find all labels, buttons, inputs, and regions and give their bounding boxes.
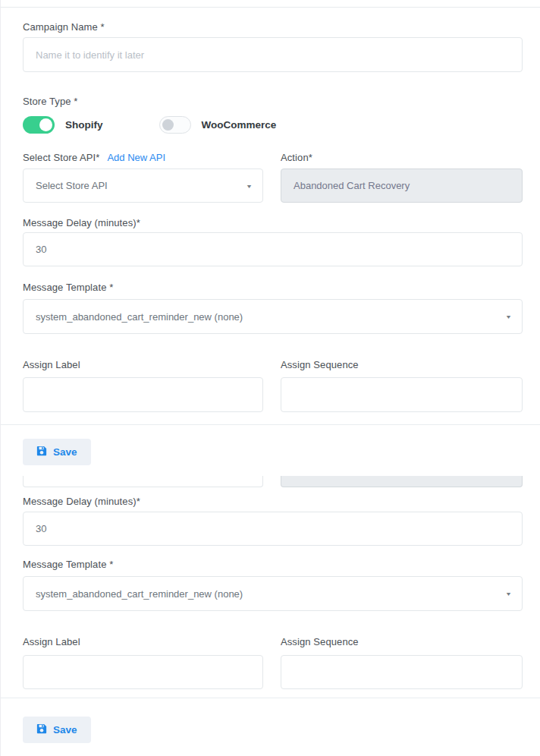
assign-sequence-input[interactable] <box>281 377 523 412</box>
save-button-label: Save <box>53 724 77 736</box>
action-label: Action* <box>281 152 523 163</box>
shopify-toggle[interactable] <box>23 116 55 134</box>
assign-sequence-input[interactable] <box>281 655 523 689</box>
shopify-toggle-label: Shopify <box>65 119 103 131</box>
save-button[interactable]: Save <box>23 717 91 743</box>
assign-label-input[interactable] <box>23 655 263 689</box>
message-delay-field: Message Delay (minutes)* <box>23 217 523 266</box>
store-type-label: Store Type * <box>23 96 523 107</box>
campaign-name-label: Campaign Name * <box>23 21 523 33</box>
campaign-form-section-2: Message Delay (minutes)* Message Templat… <box>1 487 540 689</box>
store-type-field: Store Type * Shopify WooCommerce <box>23 96 523 134</box>
campaign-name-input[interactable] <box>23 37 523 72</box>
assign-sequence-field: Assign Sequence <box>281 359 523 412</box>
message-template-value: system_abandoned_cart_reminder_new (none… <box>36 588 243 600</box>
campaign-form-page: Campaign Name * Store Type * Shopify Woo… <box>0 0 540 756</box>
toggle-knob <box>39 118 52 131</box>
campaign-name-field: Campaign Name * <box>23 21 523 72</box>
assign-sequence-label: Assign Sequence <box>281 636 523 647</box>
message-template-field: Message Template * system_abandoned_cart… <box>23 282 523 334</box>
action-input-disabled-clipped <box>281 476 523 487</box>
save-icon <box>36 446 47 458</box>
assign-sequence-field-2: Assign Sequence <box>281 636 523 689</box>
message-template-value: system_abandoned_cart_reminder_new (none… <box>36 311 243 323</box>
select-store-api-select[interactable]: Select Store API ▼ <box>23 169 263 203</box>
assign-row-2: Assign Label Assign Sequence <box>23 636 523 689</box>
select-store-api-label: Select Store API* <box>23 152 99 163</box>
chevron-down-icon: ▼ <box>505 591 512 597</box>
save-button[interactable]: Save <box>23 439 91 465</box>
form2-footer: Save <box>1 698 540 743</box>
assign-label-label: Assign Label <box>23 359 263 370</box>
select-store-api-select-clipped[interactable] <box>23 476 263 487</box>
assign-label-field-2: Assign Label <box>23 636 263 689</box>
message-template-label: Message Template * <box>23 559 523 570</box>
message-template-select[interactable]: system_abandoned_cart_reminder_new (none… <box>23 576 523 611</box>
action-value: Abandoned Cart Recovery <box>294 180 410 191</box>
woocommerce-toggle-label: WooCommerce <box>202 119 277 131</box>
select-store-api-value: Select Store API <box>36 180 108 191</box>
action-field: Action* Abandoned Cart Recovery <box>281 152 523 203</box>
message-delay-field-2: Message Delay (minutes)* <box>23 496 523 546</box>
card-top-border <box>1 0 540 8</box>
message-template-field-2: Message Template * system_abandoned_cart… <box>23 559 523 611</box>
chevron-down-icon: ▼ <box>505 314 512 320</box>
woocommerce-toggle[interactable] <box>159 116 191 134</box>
message-delay-label: Message Delay (minutes)* <box>23 496 523 507</box>
clipped-inputs-row <box>1 476 540 487</box>
assign-row: Assign Label Assign Sequence <box>23 359 523 412</box>
store-api-action-row: Select Store API* Add New API Select Sto… <box>23 152 523 203</box>
save-button-label: Save <box>53 446 77 458</box>
message-delay-input[interactable] <box>23 232 523 266</box>
assign-label-label: Assign Label <box>23 636 263 647</box>
assign-label-field: Assign Label <box>23 359 263 412</box>
message-template-select[interactable]: system_abandoned_cart_reminder_new (none… <box>23 299 523 334</box>
message-delay-label: Message Delay (minutes)* <box>23 217 523 228</box>
save-icon <box>36 723 47 736</box>
form1-footer: Save <box>1 425 540 465</box>
chevron-down-icon: ▼ <box>246 183 253 188</box>
message-template-label: Message Template * <box>23 282 523 293</box>
campaign-form-section-1: Campaign Name * Store Type * Shopify Woo… <box>1 8 540 412</box>
action-input-disabled: Abandoned Cart Recovery <box>281 169 523 203</box>
assign-sequence-label: Assign Sequence <box>281 359 523 370</box>
store-type-toggles: Shopify WooCommerce <box>23 116 523 134</box>
toggle-knob <box>162 119 174 131</box>
message-delay-input[interactable] <box>23 512 523 546</box>
select-store-api-field: Select Store API* Add New API Select Sto… <box>23 152 263 203</box>
assign-label-input[interactable] <box>23 377 263 412</box>
add-new-api-link[interactable]: Add New API <box>107 152 165 163</box>
